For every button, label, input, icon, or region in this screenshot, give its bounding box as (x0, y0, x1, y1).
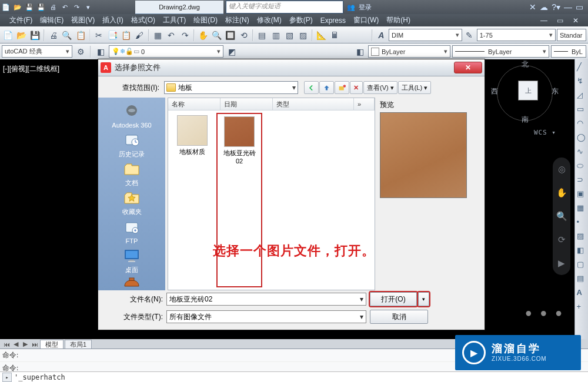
wheel-icon[interactable]: ◎ (558, 164, 566, 175)
qat-save-icon[interactable]: 💾 (24, 2, 35, 12)
tablestyle-dropdown[interactable]: Standar (557, 29, 586, 41)
print-icon[interactable]: 🖨 (47, 29, 59, 42)
mdi-restore-icon[interactable]: ▭ (553, 15, 567, 26)
menu-draw[interactable]: 绘图(D) (190, 14, 221, 26)
help-icon[interactable]: ?▾ (552, 2, 560, 12)
undo2-icon[interactable]: ↶ (165, 29, 178, 42)
ellipse-icon[interactable]: ⬭ (577, 161, 587, 171)
file-list[interactable]: 名称 日期 类型 » 地板材质 地板亚光砖02 (168, 98, 375, 290)
cancel-button[interactable]: 取消 (370, 310, 428, 324)
menu-view[interactable]: 视图(V) (68, 14, 98, 26)
linetype-dropdown[interactable]: ByLayer▾ (452, 45, 549, 58)
menu-help[interactable]: 帮助(H) (383, 14, 414, 26)
place-favorites[interactable]: 收藏夹 (101, 188, 162, 217)
place-history[interactable]: 历史记录 (101, 130, 162, 159)
dialog-titlebar[interactable]: A 选择参照文件 ✕ (98, 59, 485, 76)
col-type[interactable]: 类型 (273, 98, 354, 110)
viewcube-face[interactable]: 上 (518, 81, 538, 100)
publish-icon[interactable]: 📋 (74, 29, 86, 42)
workspace-dropdown[interactable]: utoCAD 经典▾ (2, 45, 72, 58)
props-icon[interactable]: ▤ (256, 29, 268, 42)
color-icon[interactable]: ◧ (353, 45, 366, 58)
lineweight-dropdown[interactable]: ByL (551, 45, 586, 58)
up-button[interactable] (319, 81, 334, 94)
matchprop-icon[interactable]: 🖌 (133, 29, 146, 42)
viewcube[interactable]: 上 北 南 东 西 WCS ▾ (491, 59, 559, 127)
dialog-close-button[interactable]: ✕ (454, 62, 482, 73)
qat-more-icon[interactable]: ▾ (83, 2, 93, 12)
compass-west[interactable]: 西 (491, 86, 498, 96)
hatch-icon[interactable]: ▨ (577, 232, 587, 242)
table-icon[interactable]: ▤ (577, 274, 587, 284)
pan2-icon[interactable]: ✋ (556, 187, 567, 198)
col-name[interactable]: 名称 (168, 98, 220, 110)
color-dropdown[interactable]: ByLayer▾ (368, 45, 450, 58)
filename-input[interactable]: 地板亚光砖02▾ (166, 293, 366, 306)
compass-south[interactable]: 南 (522, 115, 529, 125)
text-icon[interactable]: A (577, 288, 587, 298)
open-split-button[interactable]: ▾ (418, 292, 429, 306)
col-date[interactable]: 日期 (220, 98, 273, 110)
qat-redo-icon[interactable]: ↷ (71, 2, 82, 12)
scale-dropdown[interactable]: 1-75▾ (477, 29, 556, 41)
place-documents[interactable]: 文档 (101, 159, 162, 188)
zoomprev-icon[interactable]: ⟲ (238, 29, 250, 42)
mdi-close-icon[interactable]: ✕ (569, 15, 582, 26)
delete-button[interactable]: ✕ (350, 81, 363, 94)
viewport-label[interactable]: [-][俯视][二维线框] (3, 64, 59, 74)
redo2-icon[interactable]: ↷ (179, 29, 191, 42)
arc-icon[interactable]: ◠ (577, 119, 587, 129)
qat-undo-icon[interactable]: ↶ (59, 2, 70, 12)
scroll-handle-icon[interactable]: ● ● ● (525, 306, 564, 320)
command-input[interactable]: ▸ '_superhatch (0, 371, 588, 382)
newfolder-button[interactable]: ✱ (335, 81, 349, 94)
qat-print-icon[interactable]: 🖨 (48, 2, 58, 12)
keyword-search-input[interactable]: 键入关键字或短语 (226, 1, 343, 14)
menu-modify[interactable]: 修改(M) (253, 14, 285, 26)
menu-insert[interactable]: 插入(I) (99, 14, 126, 26)
workspace-icon[interactable]: ⚙ (74, 45, 87, 58)
region-icon[interactable]: ▢ (577, 260, 587, 270)
zoom-icon[interactable]: 🔍 (211, 29, 223, 42)
insert-icon[interactable]: ▣ (577, 189, 587, 199)
tool1-icon[interactable]: ▧ (283, 29, 296, 42)
place-autodesk360[interactable]: Autodesk 360 (101, 101, 162, 130)
lookin-dropdown[interactable]: 地板 ▾ (164, 81, 298, 94)
orbit-icon[interactable]: ⟳ (558, 234, 566, 245)
tab-layout1[interactable]: 布局1 (65, 340, 92, 349)
mdi-min-icon[interactable]: — (537, 15, 551, 26)
dimstyle-dropdown[interactable]: DIM▾ (389, 29, 462, 41)
place-desktop[interactable]: 桌面 (101, 246, 162, 275)
measure-icon[interactable]: 📐 (315, 29, 328, 42)
menu-express[interactable]: Express (317, 15, 349, 26)
dim-icon[interactable]: ✎ (463, 29, 476, 42)
block-icon2[interactable]: ▦ (577, 203, 587, 213)
wcs-dropdown[interactable]: WCS ▾ (534, 129, 556, 136)
tab-first-icon[interactable]: ⏮ (2, 341, 11, 348)
spline-icon[interactable]: ∿ (577, 147, 587, 157)
file-item-material[interactable]: 地板材质 (173, 115, 212, 285)
menu-window[interactable]: 窗口(W) (350, 14, 382, 26)
cloud-icon[interactable]: ☁ (540, 2, 548, 12)
back-button[interactable] (304, 81, 319, 94)
layer-dropdown[interactable]: 💡❄🔓▭ 0▾ (109, 45, 223, 58)
menu-edit[interactable]: 编辑(E) (36, 14, 67, 26)
tool2-icon[interactable]: ▨ (297, 29, 309, 42)
user-icon[interactable]: 👥 (347, 4, 355, 11)
col-more[interactable]: » (354, 98, 375, 110)
layermgr-icon[interactable]: ◧ (94, 45, 107, 58)
point-icon[interactable]: • (577, 217, 587, 227)
menu-file[interactable]: 文件(F) (6, 14, 36, 26)
filetype-dropdown[interactable]: 所有图像文件▾ (166, 310, 366, 323)
sheet-icon[interactable]: ▥ (270, 29, 282, 42)
qat-saveas-icon[interactable]: 💾 (36, 2, 46, 12)
compass-north[interactable]: 北 (522, 59, 529, 69)
qat-new-icon[interactable]: 📄 (1, 2, 11, 12)
view-menu-button[interactable]: 查看(V) ▾ (363, 81, 397, 94)
restore-icon[interactable]: ▭ (576, 2, 583, 12)
login-link[interactable]: 登录 (359, 3, 372, 12)
line-icon[interactable]: ╱ (577, 62, 587, 72)
open-button[interactable]: 打开(O) (370, 292, 417, 306)
tab-model[interactable]: 模型 (40, 340, 64, 349)
exchange-icon[interactable]: ✕ (529, 2, 536, 12)
